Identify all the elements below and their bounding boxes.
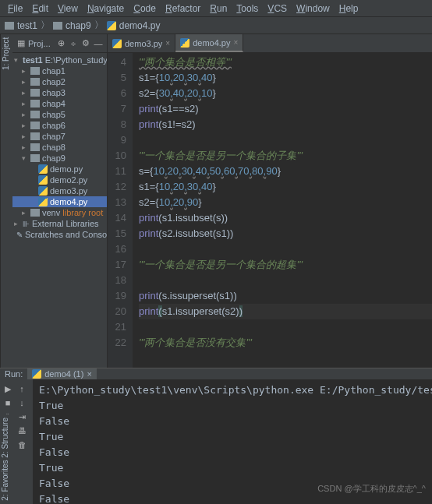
project-panel: ▦ Proj... ⊕ ÷ ⚙ — ▾test1 E:\Python_study… xyxy=(12,34,108,368)
menu-tools[interactable]: Tools xyxy=(232,3,263,14)
code-line[interactable]: s1={10,20,30,40} xyxy=(139,70,432,86)
target-icon[interactable]: ⊕ xyxy=(55,38,66,49)
python-file-icon xyxy=(107,21,116,30)
code-line[interactable]: print(s1==s2) xyxy=(139,101,432,117)
code-line[interactable]: s2={10,20,90} xyxy=(139,195,432,210)
crumb-folder[interactable]: chap9 xyxy=(66,20,91,31)
tree-chap2[interactable]: ▸chap2 xyxy=(12,76,107,87)
tree-external-libraries[interactable]: ▸⊪External Libraries xyxy=(12,218,107,229)
hide-icon[interactable]: — xyxy=(93,38,104,49)
stop-icon[interactable]: ■ xyxy=(2,397,14,409)
tab-demo3.py[interactable]: demo3.py× xyxy=(108,34,175,52)
menu-view[interactable]: View xyxy=(53,3,83,14)
code-line[interactable]: s={10,20,30,40,50,60,70,80,90} xyxy=(139,164,432,179)
favorites-tool-button[interactable]: 2: Favorites xyxy=(1,460,9,501)
code-line[interactable]: print(s1!=s2) xyxy=(139,117,432,132)
folder-icon xyxy=(53,22,62,30)
close-icon[interactable]: × xyxy=(87,369,91,379)
tree-chap7[interactable]: ▸chap7 xyxy=(12,131,107,142)
code-line[interactable]: '''一个集合是否是另一个集合的子集''' xyxy=(139,148,432,164)
up-icon[interactable]: ↑ xyxy=(16,382,28,395)
crumb-project[interactable]: test1 xyxy=(17,20,37,31)
menu-file[interactable]: File xyxy=(3,3,27,14)
rerun-icon[interactable]: ▶ xyxy=(2,382,14,395)
print-icon[interactable]: 🖶 xyxy=(16,425,28,437)
editor-area: demo3.py×demo4.py× 456789101112131415161… xyxy=(108,34,432,368)
code-body[interactable]: '''两个集合是否相等'''s1={10,20,30,40}s2={30,40,… xyxy=(133,53,432,368)
menu-navigate[interactable]: Navigate xyxy=(83,3,129,14)
tree-file-demo3.py[interactable]: demo3.py xyxy=(12,185,107,196)
code-line[interactable] xyxy=(139,273,432,288)
code-line[interactable]: s2={30,40,20,10} xyxy=(139,86,432,101)
left-sidebar: 1: Project xyxy=(0,34,12,368)
tree-chap3[interactable]: ▸chap3 xyxy=(12,87,107,98)
tree-root[interactable]: ▾test1 E:\Python_study\te xyxy=(12,55,107,65)
tree-chap6[interactable]: ▸chap6 xyxy=(12,120,107,131)
tree-chap1[interactable]: ▸chap1 xyxy=(12,65,107,76)
code-line[interactable]: '''一个集合是否是另一个集合的超集''' xyxy=(139,257,432,273)
code-editor[interactable]: 45678910111213141516171819202122 '''两个集合… xyxy=(108,53,432,368)
project-folder-icon xyxy=(5,22,14,30)
code-line[interactable]: print(s1.issuperset(s2)) xyxy=(139,304,432,319)
code-line[interactable] xyxy=(139,241,432,257)
run-tab[interactable]: demo4 (1) × xyxy=(27,368,97,379)
tree-file-demo.py[interactable]: demo.py xyxy=(12,164,107,174)
project-tree[interactable]: ▾test1 E:\Python_study\te▸chap1▸chap2▸ch… xyxy=(12,53,107,241)
down-icon[interactable]: ↓ xyxy=(16,397,28,409)
close-icon[interactable]: × xyxy=(233,38,238,47)
wrap-icon[interactable]: ⇥ xyxy=(16,411,28,423)
code-line[interactable]: '''两个集合是否没有交集''' xyxy=(139,335,432,351)
code-line[interactable]: '''两个集合是否相等''' xyxy=(139,55,432,70)
tree-chap9[interactable]: ▾chap9 xyxy=(12,153,107,164)
close-icon[interactable]: × xyxy=(165,39,170,48)
panel-header: ▦ Proj... ⊕ ÷ ⚙ — xyxy=(12,34,107,53)
tab-demo4.py[interactable]: demo4.py× xyxy=(175,34,243,52)
menu-vcs[interactable]: VCS xyxy=(263,3,292,14)
code-line[interactable] xyxy=(139,319,432,335)
menu-window[interactable]: Window xyxy=(292,3,335,14)
tree-file-demo4.py[interactable]: demo4.py xyxy=(12,196,107,207)
editor-tabs: demo3.py×demo4.py× xyxy=(108,34,432,53)
tree-chap4[interactable]: ▸chap4 xyxy=(12,98,107,109)
menu-code[interactable]: Code xyxy=(129,3,161,14)
panel-title: Proj... xyxy=(28,39,54,48)
watermark: CSDN @学工科的皮皮志^_^ xyxy=(317,483,426,495)
crumb-file[interactable]: demo4.py xyxy=(119,20,161,31)
run-label: Run: xyxy=(5,369,23,379)
tree-chap8[interactable]: ▸chap8 xyxy=(12,142,107,153)
gear-icon[interactable]: ⚙ xyxy=(80,38,91,49)
menubar: FileEditViewNavigateCodeRefactorRunTools… xyxy=(0,0,432,17)
code-line[interactable] xyxy=(139,132,432,148)
tree-file-demo2.py[interactable]: demo2.py xyxy=(12,174,107,185)
menu-refactor[interactable]: Refactor xyxy=(161,3,205,14)
trash-icon[interactable]: 🗑 xyxy=(16,439,28,451)
code-line[interactable]: s1={10,20,30,40} xyxy=(139,179,432,195)
breadcrumb: test1 〉 chap9 〉 demo4.py xyxy=(0,17,432,34)
project-tool-button[interactable]: 1: Project xyxy=(1,34,12,73)
tree-chap5[interactable]: ▸chap5 xyxy=(12,109,107,120)
project-icon: ▦ xyxy=(16,38,27,49)
menu-help[interactable]: Help xyxy=(335,3,363,14)
expand-icon[interactable]: ÷ xyxy=(68,38,79,49)
tree-scratches[interactable]: ✎Scratches and Consoles xyxy=(12,229,107,240)
gutter: 45678910111213141516171819202122 xyxy=(108,53,133,368)
code-line[interactable]: print(s2.issubset(s1)) xyxy=(139,226,432,241)
tree-venv[interactable]: ▸venv library root xyxy=(12,207,107,218)
code-line[interactable]: print(s1.issubset(s)) xyxy=(139,210,432,226)
menu-edit[interactable]: Edit xyxy=(27,3,53,14)
run-header: Run: demo4 (1) × xyxy=(0,368,432,379)
code-line[interactable]: print(s.issuperset(s1)) xyxy=(139,288,432,304)
structure-tool-button[interactable]: 2: Structure xyxy=(1,418,9,458)
left-sidebar-lower: 2: Favorites 2: Structure xyxy=(0,414,12,504)
menu-run[interactable]: Run xyxy=(205,3,232,14)
python-file-icon xyxy=(32,369,41,379)
